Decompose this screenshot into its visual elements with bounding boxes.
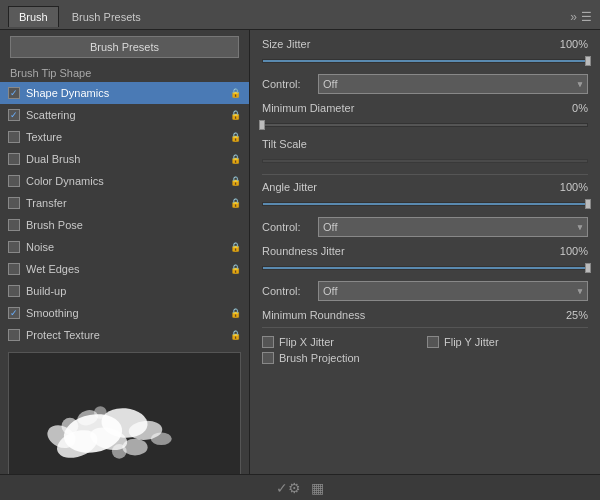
lock-icon-noise: 🔒 bbox=[230, 242, 241, 252]
min-diameter-row: Minimum Diameter 0% bbox=[262, 102, 588, 114]
brush-item-protect-texture[interactable]: Protect Texture🔒 bbox=[0, 324, 249, 346]
size-jitter-row: Size Jitter 100% bbox=[262, 38, 588, 50]
label-color-dynamics: Color Dynamics bbox=[26, 175, 226, 187]
brush-item-scattering[interactable]: ✓Scattering🔒 bbox=[0, 104, 249, 126]
brush-item-smoothing[interactable]: ✓Smoothing🔒 bbox=[0, 302, 249, 324]
lock-icon-color-dynamics: 🔒 bbox=[230, 176, 241, 186]
checkbox-transfer[interactable] bbox=[8, 197, 20, 209]
checkbox-build-up[interactable] bbox=[8, 285, 20, 297]
right-panel: Size Jitter 100% Control: Off Fade Pen P… bbox=[250, 30, 600, 500]
brush-item-brush-pose[interactable]: Brush Pose bbox=[0, 214, 249, 236]
top-tabs-bar: Brush Brush Presets » ☰ bbox=[0, 0, 600, 30]
svg-point-11 bbox=[94, 406, 107, 419]
checkbox-scattering[interactable]: ✓ bbox=[8, 109, 20, 121]
checkbox-brush-pose[interactable] bbox=[8, 219, 20, 231]
roundness-jitter-slider[interactable] bbox=[262, 261, 588, 275]
brush-item-dual-brush[interactable]: Dual Brush🔒 bbox=[0, 148, 249, 170]
min-diameter-slider[interactable] bbox=[262, 118, 588, 132]
brush-item-noise[interactable]: Noise🔒 bbox=[0, 236, 249, 258]
control-3-wrapper: Off Fade Pen Pressure ▼ bbox=[318, 281, 588, 301]
lock-icon-scattering: 🔒 bbox=[230, 110, 241, 120]
min-diameter-value: 0% bbox=[553, 102, 588, 114]
checkbox-protect-texture[interactable] bbox=[8, 329, 20, 341]
control-1-select[interactable]: Off Fade Pen Pressure Pen Tilt bbox=[318, 74, 588, 94]
brush-item-transfer[interactable]: Transfer🔒 bbox=[0, 192, 249, 214]
bottom-check-icon[interactable]: ✓⚙ bbox=[276, 480, 301, 496]
min-roundness-value: 25% bbox=[553, 309, 588, 321]
menu-icon[interactable]: ☰ bbox=[581, 10, 592, 24]
brush-item-shape-dynamics[interactable]: ✓Shape Dynamics🔒 bbox=[0, 82, 249, 104]
label-noise: Noise bbox=[26, 241, 226, 253]
brush-list: ✓Shape Dynamics🔒✓Scattering🔒Texture🔒Dual… bbox=[0, 82, 249, 346]
brush-proj-checkbox[interactable] bbox=[262, 352, 274, 364]
label-dual-brush: Dual Brush bbox=[26, 153, 226, 165]
main-content: Brush Presets Brush Tip Shape ✓Shape Dyn… bbox=[0, 30, 600, 500]
checkbox-dual-brush[interactable] bbox=[8, 153, 20, 165]
flip-y-checkbox[interactable] bbox=[427, 336, 439, 348]
label-build-up: Build-up bbox=[26, 285, 241, 297]
svg-point-10 bbox=[112, 444, 127, 459]
flip-x-label: Flip X Jitter bbox=[279, 336, 334, 348]
tab-brush[interactable]: Brush bbox=[8, 6, 59, 27]
angle-jitter-row: Angle Jitter 100% bbox=[262, 181, 588, 193]
roundness-jitter-value: 100% bbox=[553, 245, 588, 257]
brush-proj-item[interactable]: Brush Projection bbox=[262, 352, 423, 364]
checkbox-noise[interactable] bbox=[8, 241, 20, 253]
control-1-label: Control: bbox=[262, 78, 312, 90]
lock-icon-transfer: 🔒 bbox=[230, 198, 241, 208]
label-transfer: Transfer bbox=[26, 197, 226, 209]
size-jitter-label: Size Jitter bbox=[262, 38, 310, 50]
control-2-select[interactable]: Off Fade Pen Pressure bbox=[318, 217, 588, 237]
size-jitter-slider[interactable] bbox=[262, 54, 588, 68]
checkbox-texture[interactable] bbox=[8, 131, 20, 143]
brush-preview bbox=[8, 352, 241, 494]
label-smoothing: Smoothing bbox=[26, 307, 226, 319]
lock-icon-smoothing: 🔒 bbox=[230, 308, 241, 318]
control-3-select[interactable]: Off Fade Pen Pressure bbox=[318, 281, 588, 301]
brush-item-build-up[interactable]: Build-up bbox=[0, 280, 249, 302]
bottom-panel-icon[interactable]: ▦ bbox=[311, 480, 324, 496]
checkbox-grid: Flip X Jitter Flip Y Jitter Brush Projec… bbox=[262, 336, 588, 364]
checkbox-color-dynamics[interactable] bbox=[8, 175, 20, 187]
flip-y-item[interactable]: Flip Y Jitter bbox=[427, 336, 588, 348]
checkbox-smoothing[interactable]: ✓ bbox=[8, 307, 20, 319]
min-roundness-row: Minimum Roundness 25% bbox=[262, 309, 588, 321]
min-roundness-label: Minimum Roundness bbox=[262, 309, 365, 321]
brush-presets-button[interactable]: Brush Presets bbox=[10, 36, 239, 58]
bottom-bar: ✓⚙ ▦ bbox=[0, 474, 600, 500]
control-2-label: Control: bbox=[262, 221, 312, 233]
tab-brush-presets[interactable]: Brush Presets bbox=[61, 6, 152, 27]
svg-point-8 bbox=[151, 432, 172, 445]
label-wet-edges: Wet Edges bbox=[26, 263, 226, 275]
control-row-2: Control: Off Fade Pen Pressure ▼ bbox=[262, 217, 588, 237]
lock-icon-dual-brush: 🔒 bbox=[230, 154, 241, 164]
brush-item-texture[interactable]: Texture🔒 bbox=[0, 126, 249, 148]
lock-icon-protect-texture: 🔒 bbox=[230, 330, 241, 340]
expand-icon[interactable]: » bbox=[570, 10, 577, 24]
brush-item-color-dynamics[interactable]: Color Dynamics🔒 bbox=[0, 170, 249, 192]
control-3-label: Control: bbox=[262, 285, 312, 297]
brush-item-wet-edges[interactable]: Wet Edges🔒 bbox=[0, 258, 249, 280]
flip-x-checkbox[interactable] bbox=[262, 336, 274, 348]
section-header: Brush Tip Shape bbox=[0, 64, 249, 82]
lock-icon-wet-edges: 🔒 bbox=[230, 264, 241, 274]
angle-jitter-slider[interactable] bbox=[262, 197, 588, 211]
control-row-3: Control: Off Fade Pen Pressure ▼ bbox=[262, 281, 588, 301]
tab-icons: » ☰ bbox=[570, 10, 592, 24]
brush-proj-label: Brush Projection bbox=[279, 352, 360, 364]
angle-jitter-label: Angle Jitter bbox=[262, 181, 317, 193]
control-row-1: Control: Off Fade Pen Pressure Pen Tilt … bbox=[262, 74, 588, 94]
lock-icon-shape-dynamics: 🔒 bbox=[230, 88, 241, 98]
control-1-wrapper: Off Fade Pen Pressure Pen Tilt ▼ bbox=[318, 74, 588, 94]
angle-jitter-value: 100% bbox=[553, 181, 588, 193]
size-jitter-value: 100% bbox=[553, 38, 588, 50]
label-scattering: Scattering bbox=[26, 109, 226, 121]
tilt-scale-slider[interactable] bbox=[262, 154, 588, 168]
flip-x-item[interactable]: Flip X Jitter bbox=[262, 336, 423, 348]
label-texture: Texture bbox=[26, 131, 226, 143]
checkbox-shape-dynamics[interactable]: ✓ bbox=[8, 87, 20, 99]
label-brush-pose: Brush Pose bbox=[26, 219, 241, 231]
control-2-wrapper: Off Fade Pen Pressure ▼ bbox=[318, 217, 588, 237]
label-shape-dynamics: Shape Dynamics bbox=[26, 87, 226, 99]
checkbox-wet-edges[interactable] bbox=[8, 263, 20, 275]
